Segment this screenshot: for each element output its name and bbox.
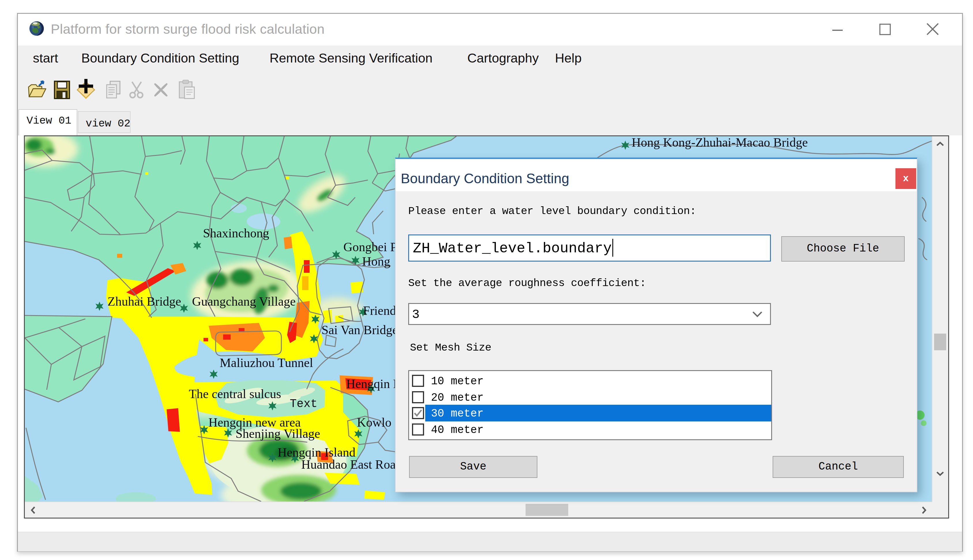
svg-text:Sai Van Bridge: Sai Van Bridge (321, 323, 398, 337)
svg-text:Kowlo: Kowlo (357, 415, 391, 430)
svg-text:Shenjing Village: Shenjing Village (236, 427, 320, 441)
svg-text:Text: Text (290, 398, 318, 410)
svg-text:Maliuzhou Tunnel: Maliuzhou Tunnel (220, 356, 313, 370)
svg-text:Friend: Friend (363, 303, 396, 318)
svg-text:Guangchang Village: Guangchang Village (192, 294, 296, 308)
svg-text:Huandao East Road: Huandao East Road (301, 457, 402, 472)
svg-text:Zhuhai Bridge: Zhuhai Bridge (107, 294, 181, 308)
svg-text:Shaxinchong: Shaxinchong (203, 226, 269, 240)
svg-text:The central sulcus: The central sulcus (189, 387, 281, 401)
svg-text:Hong: Hong (362, 254, 390, 268)
svg-text:Hong Kong-Zhuhai-Macao Bridge: Hong Kong-Zhuhai-Macao Bridge (632, 136, 808, 150)
